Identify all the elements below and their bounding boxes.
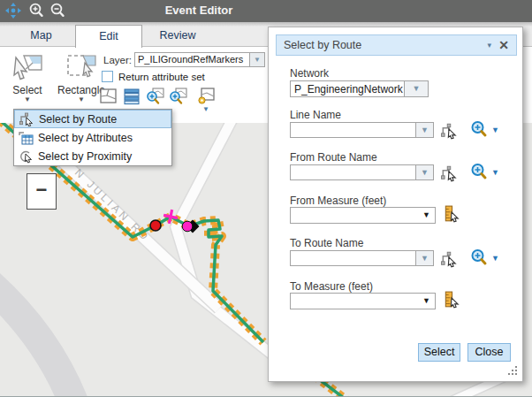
from-route-map-select-icon[interactable] (440, 164, 458, 182)
menu-item-select-by-proximity[interactable]: Select by Proximity (14, 147, 171, 165)
red-point-event[interactable] (150, 220, 161, 231)
select-tool-caret-icon[interactable]: ▼ (4, 96, 51, 103)
select-features-icon[interactable] (99, 88, 118, 105)
line-name-zoom-caret-icon[interactable]: ▼ (491, 126, 499, 134)
line-name-zoom-icon[interactable] (470, 120, 488, 138)
tab-edit[interactable]: Edit (75, 25, 142, 48)
attribute-table-icon[interactable] (122, 88, 141, 105)
panel-collapse-caret-icon[interactable]: ▾ (487, 35, 491, 55)
from-measure-ruler-icon[interactable] (443, 205, 460, 223)
layer-dropdown-value: P_ILIGroundRefMarkers (134, 52, 250, 67)
selectable-layers-caret-icon[interactable]: ▼ (202, 105, 209, 113)
line-name-map-select-icon[interactable] (440, 122, 458, 140)
to-route-map-select-icon[interactable] (440, 250, 458, 268)
selectable-layers-icon[interactable] (196, 88, 216, 105)
line-name-label: Line Name (290, 109, 341, 121)
from-route-name-dropdown-value (290, 164, 416, 180)
select-button[interactable]: Select (418, 343, 460, 362)
to-measure-caret-icon[interactable]: ▼ (422, 296, 430, 305)
app-title: Event Editor (0, 4, 398, 17)
to-route-name-dropdown-value (290, 250, 416, 266)
return-attribute-set-checkbox[interactable] (102, 71, 113, 82)
return-attribute-set-label: Return attribute set (118, 72, 205, 82)
to-route-zoom-icon[interactable] (470, 248, 488, 266)
panel-title: Select by Route (284, 39, 361, 51)
select-by-attributes-icon (18, 131, 34, 145)
menu-item-select-by-route[interactable]: Select by Route (14, 110, 171, 128)
to-measure-combo[interactable]: ▼ (290, 293, 436, 309)
pan-to-selected-icon[interactable] (168, 88, 187, 105)
line-name-dropdown[interactable]: ▼ (290, 122, 434, 138)
menu-item-label: Select by Route (39, 113, 117, 126)
from-route-zoom-caret-icon[interactable]: ▼ (491, 168, 499, 177)
to-route-name-label: To Route Name (290, 237, 363, 249)
network-dropdown[interactable]: P_EngineeringNetwork ▼ (290, 80, 429, 97)
network-dropdown-caret-icon[interactable]: ▼ (405, 80, 429, 97)
layer-label: Layer: (103, 55, 132, 65)
titlebar: Event Editor (0, 0, 532, 22)
from-route-name-label: From Route Name (290, 151, 377, 164)
from-measure-caret-icon[interactable]: ▼ (422, 210, 430, 219)
panel-resize-grip[interactable] (507, 365, 517, 375)
from-route-name-dropdown-caret-icon[interactable]: ▼ (416, 164, 434, 180)
layer-dropdown[interactable]: P_ILIGroundRefMarkers ▼ (134, 52, 265, 67)
zoom-to-selected-icon[interactable] (145, 88, 164, 105)
select-dropdown-menu: Select by Route Select by Attributes Sel… (13, 109, 172, 166)
menu-item-label: Select by Proximity (38, 150, 132, 163)
select-by-route-icon (19, 112, 34, 126)
to-route-name-dropdown[interactable]: ▼ (290, 250, 434, 266)
tab-map[interactable]: Map (7, 25, 75, 47)
from-route-zoom-icon[interactable] (470, 163, 488, 180)
select-tool-label: Select (4, 84, 51, 96)
rectangle-tool-icon (65, 50, 97, 82)
from-measure-label: From Measure (feet) (290, 195, 386, 207)
from-measure-combo[interactable]: ▼ (290, 207, 436, 224)
menu-item-label: Select by Attributes (38, 132, 133, 144)
line-name-dropdown-caret-icon[interactable]: ▼ (416, 122, 434, 138)
to-route-name-dropdown-caret-icon[interactable]: ▼ (416, 250, 434, 266)
line-name-dropdown-value (290, 122, 416, 138)
from-route-name-dropdown[interactable]: ▼ (290, 164, 434, 180)
map-zoom-out-button[interactable]: − (27, 173, 57, 210)
select-by-route-panel: Select by Route ▾ ✕ Network P_Engineerin… (268, 27, 523, 382)
select-by-proximity-icon (18, 149, 34, 164)
tab-review[interactable]: Review (142, 25, 213, 47)
event-editor-window: N JULIAN RD − (0, 0, 532, 397)
to-route-zoom-caret-icon[interactable]: ▼ (491, 254, 499, 263)
select-tool-button[interactable]: Select ▼ (4, 50, 51, 103)
to-measure-label: To Measure (feet) (290, 280, 373, 293)
network-dropdown-value: P_EngineeringNetwork (290, 80, 405, 97)
layer-dropdown-caret-icon[interactable]: ▼ (250, 52, 265, 67)
network-label: Network (290, 67, 329, 80)
menu-item-select-by-attributes[interactable]: Select by Attributes (14, 128, 171, 147)
panel-close-icon[interactable]: ✕ (498, 35, 509, 55)
panel-header[interactable]: Select by Route ▾ ✕ (276, 34, 517, 56)
close-button[interactable]: Close (467, 343, 511, 362)
select-tool-icon (11, 50, 43, 82)
to-measure-ruler-icon[interactable] (443, 291, 460, 309)
